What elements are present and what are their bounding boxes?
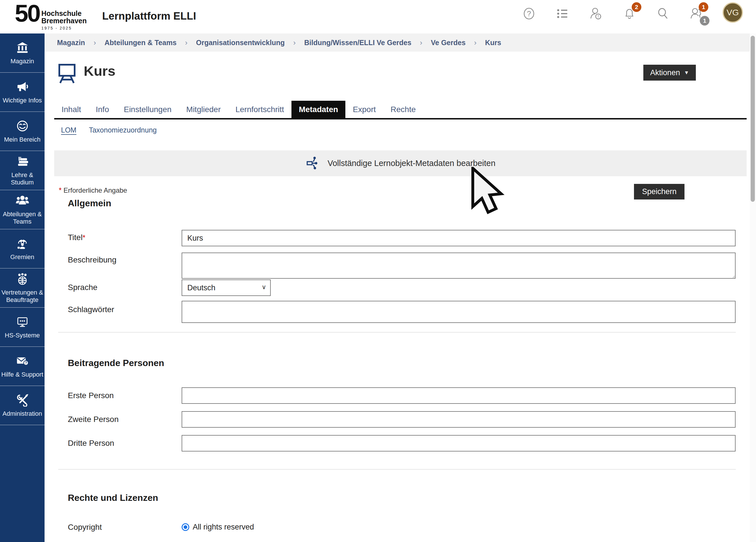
logo-name-line1: Hochschule: [41, 10, 87, 17]
monitor-icon: [16, 315, 29, 329]
logo-name-line2: Bremerhaven: [41, 17, 87, 24]
globe-people-icon: [16, 272, 29, 287]
section-divider: [58, 332, 736, 333]
sidebar-item-mein-bereich[interactable]: Mein Bereich: [0, 112, 45, 151]
svg-text:?: ?: [25, 361, 27, 365]
section-heading-rechte-lizenzen: Rechte und Lizenzen: [68, 493, 158, 503]
contacts-badge-top: 1: [699, 2, 708, 12]
chevron-right-icon: ›: [94, 38, 96, 47]
subtab-taxonomiezuordnung[interactable]: Taxonomiezuordnung: [89, 126, 157, 134]
dritte-person-input[interactable]: [182, 435, 736, 451]
bank-icon: [16, 41, 29, 55]
breadcrumb-item[interactable]: Ve Gerdes: [431, 39, 465, 47]
committee-icon: [16, 237, 29, 251]
actions-button[interactable]: Aktionen ▼: [643, 65, 696, 81]
sidebar-item-wichtige-infos[interactable]: Wichtige Infos: [0, 73, 45, 112]
app-title: Lernplattform ELLI: [102, 10, 196, 22]
tab-info[interactable]: Info: [89, 101, 117, 118]
radio-selected-icon[interactable]: [182, 523, 189, 531]
help-icon[interactable]: ?: [522, 5, 536, 22]
field-label-zweite-person: Zweite Person: [68, 415, 161, 424]
smiley-icon: [16, 119, 29, 134]
field-label-beschreibung: Beschreibung: [68, 255, 161, 264]
tab-export[interactable]: Export: [345, 101, 383, 118]
breadcrumb-item[interactable]: Bildung/Wissen/ELLI Ve Gerdes: [304, 39, 411, 47]
megaphone-icon: [16, 80, 29, 94]
sidebar-item-abteilungen-teams[interactable]: Abteilungen & Teams: [0, 190, 45, 229]
page-title: Kurs: [84, 63, 115, 79]
required-hint: * Erforderliche Angabe: [59, 186, 127, 195]
breadcrumb-item[interactable]: Abteilungen & Teams: [104, 39, 177, 47]
section-heading-allgemein: Allgemein: [68, 198, 111, 209]
scrollbar-thumb[interactable]: [751, 36, 755, 202]
hochschule-bremerhaven-logo[interactable]: 50 Hochschule Bremerhaven 1975 - 2025: [15, 2, 87, 30]
avatar[interactable]: VG: [723, 2, 743, 23]
save-button[interactable]: Speichern: [634, 184, 684, 199]
tab-rechte[interactable]: Rechte: [383, 101, 423, 118]
sidebar-item-lehre-studium[interactable]: Lehre & Studium: [0, 151, 45, 190]
sidebar-item-hs-systeme[interactable]: HS-Systeme: [0, 308, 45, 347]
header-icon-bar: ? !: [522, 5, 743, 23]
schlagwoerter-input[interactable]: [182, 301, 736, 323]
section-heading-beitragende-personen: Beitragende Personen: [68, 358, 164, 368]
sidebar-item-label: Administration: [2, 410, 43, 417]
tab-lernfortschritt[interactable]: Lernfortschritt: [228, 101, 291, 118]
banner-label: Vollständige Lernobjekt-Metadaten bearbe…: [327, 159, 495, 168]
zweite-person-input[interactable]: [182, 411, 736, 428]
main-content: Magazin › Abteilungen & Teams › Organisa…: [45, 33, 750, 542]
section-divider: [58, 469, 736, 470]
mail-question-icon: ?: [16, 354, 29, 369]
user-alert-icon[interactable]: !: [589, 5, 603, 22]
sidebar-item-label: Abteilungen & Teams: [0, 211, 45, 225]
scrollbar-track[interactable]: [750, 33, 756, 542]
share-network-icon: [305, 156, 320, 171]
sidebar-item-gremien[interactable]: Gremien: [0, 229, 45, 268]
sprache-select[interactable]: Deutsch: [182, 280, 271, 296]
sidebar-item-vertretungen-beauftragte[interactable]: Vertretungen & Beauftragte: [0, 268, 45, 308]
breadcrumb-item[interactable]: Organisationsentwicklung: [196, 39, 285, 47]
sidebar-item-hilfe-support[interactable]: ? Hilfe & Support: [0, 347, 45, 386]
logo-number: 50: [15, 2, 40, 24]
sidebar-item-label: Magazin: [10, 58, 35, 65]
titel-input[interactable]: [182, 230, 736, 246]
subtab-lom[interactable]: LOM: [61, 126, 76, 134]
breadcrumb-item[interactable]: Magazin: [57, 39, 85, 47]
subtab-bar: LOM Taxonomiezuordnung: [61, 126, 157, 134]
sidebar: Magazin Wichtige Infos Mein Bereich Lehr…: [0, 33, 45, 542]
search-icon[interactable]: [656, 5, 670, 22]
sprache-select-wrap: Deutsch: [182, 280, 271, 296]
beschreibung-textarea[interactable]: [182, 253, 736, 279]
erste-person-input[interactable]: [182, 387, 736, 404]
sidebar-item-administration[interactable]: Administration: [0, 386, 45, 425]
tab-inhalt[interactable]: Inhalt: [54, 101, 89, 118]
svg-text:?: ?: [527, 9, 531, 18]
copyright-radio-option[interactable]: All rights reserved: [182, 523, 254, 532]
field-label-erste-person: Erste Person: [68, 391, 161, 400]
field-label-titel: Titel*: [68, 233, 161, 242]
contacts-icon[interactable]: 1 1: [689, 5, 704, 22]
sidebar-item-label: Lehre & Studium: [0, 171, 45, 186]
sidebar-item-label: Hilfe & Support: [1, 371, 44, 378]
field-label-dritte-person: Dritte Person: [68, 439, 161, 448]
contacts-badge-bottom: 1: [700, 16, 709, 26]
chevron-right-icon: ›: [474, 38, 477, 47]
radio-label: All rights reserved: [193, 523, 254, 532]
sidebar-item-label: Wichtige Infos: [2, 97, 43, 104]
chevron-right-icon: ›: [185, 38, 188, 47]
svg-text:!: !: [598, 14, 599, 19]
tab-einstellungen[interactable]: Einstellungen: [116, 101, 179, 118]
field-label-schlagwoerter: Schlagwörter: [68, 305, 161, 314]
tab-metadaten[interactable]: Metadaten: [291, 101, 345, 118]
logo-years: 1975 - 2025: [41, 26, 87, 30]
bell-badge: 2: [632, 2, 641, 12]
list-icon[interactable]: [555, 5, 570, 22]
sidebar-item-magazin[interactable]: Magazin: [0, 33, 45, 73]
bell-icon[interactable]: 2: [622, 5, 637, 22]
edit-full-metadata-banner[interactable]: Vollständige Lernobjekt-Metadaten bearbe…: [54, 150, 747, 176]
tools-icon: [16, 394, 29, 408]
page: 50 Hochschule Bremerhaven 1975 - 2025 Le…: [0, 0, 756, 542]
breadcrumb-item[interactable]: Kurs: [485, 39, 501, 47]
tab-mitglieder[interactable]: Mitglieder: [179, 101, 228, 118]
course-easel-icon: [58, 63, 76, 85]
top-header: 50 Hochschule Bremerhaven 1975 - 2025 Le…: [0, 0, 756, 33]
